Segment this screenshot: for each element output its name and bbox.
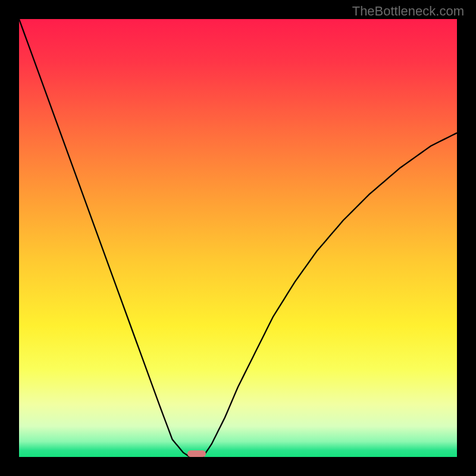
- chart-frame: TheBottleneck.com: [0, 0, 476, 476]
- plot-area: [19, 19, 457, 457]
- optimal-marker: [187, 450, 206, 457]
- bottleneck-curve: [19, 19, 457, 457]
- watermark-text: TheBottleneck.com: [352, 4, 464, 19]
